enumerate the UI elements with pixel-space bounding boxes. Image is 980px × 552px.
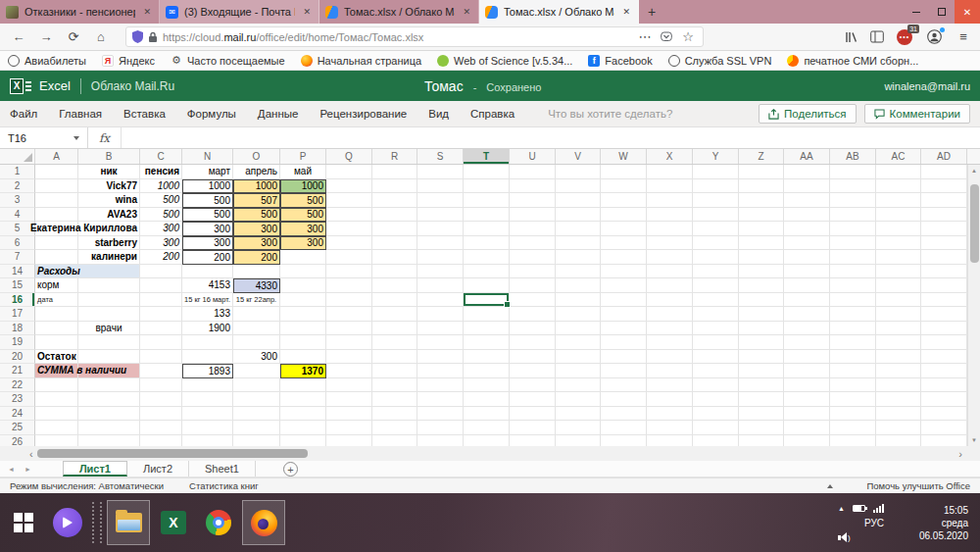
formula-input[interactable] <box>122 127 980 148</box>
cell-Q20[interactable] <box>326 350 372 365</box>
cell-Q3[interactable] <box>326 193 372 208</box>
cell-Y16[interactable] <box>693 293 739 308</box>
cell-AC3[interactable] <box>876 193 921 208</box>
cell-Q5[interactable] <box>326 222 372 236</box>
scroll-down-icon[interactable]: ▼ <box>968 434 980 446</box>
cell-AD14[interactable] <box>921 265 967 279</box>
cell-X22[interactable] <box>647 378 693 393</box>
cell-N3[interactable]: 500 <box>182 193 233 208</box>
minimize-button[interactable] <box>904 0 929 24</box>
cell-P19[interactable] <box>280 335 326 350</box>
document-title[interactable]: Томас <box>424 78 464 94</box>
cell-V18[interactable] <box>556 322 601 336</box>
cell-W1[interactable] <box>601 165 647 179</box>
cell-AA17[interactable] <box>784 307 830 322</box>
cell-Z7[interactable] <box>739 250 784 265</box>
cell-R19[interactable] <box>372 335 417 350</box>
cell-Z1[interactable] <box>739 165 784 179</box>
cell-A2[interactable] <box>35 179 78 194</box>
cell-AC23[interactable] <box>876 392 921 407</box>
row-header-3[interactable]: 3 <box>0 193 35 208</box>
taskbar-clock[interactable]: 15:05 среда 06.05.2020 <box>898 504 968 542</box>
cell-Y19[interactable] <box>693 335 739 350</box>
cell-R16[interactable] <box>372 293 417 308</box>
cell-W24[interactable] <box>601 407 647 422</box>
row-header-17[interactable]: 17 <box>0 307 35 322</box>
cell-Z25[interactable] <box>739 421 784 435</box>
cell-T6[interactable] <box>464 236 510 251</box>
cell-Q25[interactable] <box>326 421 372 435</box>
cell-A4[interactable] <box>35 208 78 223</box>
cell-A24[interactable] <box>35 407 78 422</box>
menu-item-файл[interactable]: Файл <box>10 108 37 120</box>
bookmark-item[interactable]: Авиабилеты <box>8 55 86 67</box>
cell-N2[interactable]: 1000 <box>182 179 233 194</box>
cell-AC1[interactable] <box>876 165 921 179</box>
cell-AA5[interactable] <box>784 222 830 236</box>
cell-C19[interactable] <box>140 335 182 350</box>
cell-U19[interactable] <box>510 335 556 350</box>
cell-Q23[interactable] <box>326 392 372 407</box>
cell-X26[interactable] <box>647 435 693 447</box>
cell-O19[interactable] <box>233 335 280 350</box>
cell-Q1[interactable] <box>326 165 372 179</box>
cell-W16[interactable] <box>601 293 647 308</box>
cell-W19[interactable] <box>601 335 647 350</box>
row-header-21[interactable]: 21 <box>0 364 35 378</box>
cell-R5[interactable] <box>372 222 417 236</box>
cell-AC16[interactable] <box>876 293 921 308</box>
close-window-button[interactable]: ✕ <box>955 0 980 24</box>
cell-S16[interactable] <box>417 293 464 308</box>
cell-T16[interactable] <box>464 293 510 308</box>
cell-AD24[interactable] <box>921 407 967 422</box>
cell-Q24[interactable] <box>326 407 372 422</box>
cell-P3[interactable]: 500 <box>280 193 326 208</box>
cell-O16[interactable]: 15 кг 22апр. <box>233 293 280 308</box>
cell-Z14[interactable] <box>739 265 784 279</box>
cell-AD20[interactable] <box>921 350 967 365</box>
cell-P5[interactable]: 300 <box>280 222 326 236</box>
cell-AA6[interactable] <box>784 236 830 251</box>
cell-N20[interactable] <box>182 350 233 365</box>
cell-AC4[interactable] <box>876 208 921 223</box>
comments-button[interactable]: Комментарии <box>864 104 970 124</box>
cell-R25[interactable] <box>372 421 417 435</box>
cell-U16[interactable] <box>510 293 556 308</box>
col-header-W[interactable]: W <box>601 149 647 164</box>
cell-B19[interactable] <box>78 335 140 350</box>
col-header-Y[interactable]: Y <box>693 149 739 164</box>
cell-V14[interactable] <box>556 265 601 279</box>
cell-B15[interactable] <box>78 278 140 293</box>
cell-B2[interactable]: Vick77 <box>78 179 140 194</box>
cell-O15[interactable]: 4330 <box>233 278 280 293</box>
cell-O18[interactable] <box>233 322 280 336</box>
cell-Z23[interactable] <box>739 392 784 407</box>
cell-AB6[interactable] <box>830 236 876 251</box>
cell-N4[interactable]: 500 <box>182 208 233 223</box>
cell-U17[interactable] <box>510 307 556 322</box>
col-header-Z[interactable]: Z <box>739 149 784 164</box>
cell-AD4[interactable] <box>921 208 967 223</box>
col-header-V[interactable]: V <box>556 149 601 164</box>
cell-W7[interactable] <box>601 250 647 265</box>
cell-C4[interactable]: 500 <box>140 208 182 223</box>
cell-O14[interactable] <box>233 265 280 279</box>
lock-icon[interactable] <box>148 31 158 43</box>
cell-Z20[interactable] <box>739 350 784 365</box>
cell-O23[interactable] <box>233 392 280 407</box>
status-item[interactable]: Статистика книг <box>189 480 259 491</box>
col-header-A[interactable]: A <box>35 149 78 164</box>
cell-Y7[interactable] <box>693 250 739 265</box>
cell-AB17[interactable] <box>830 307 876 322</box>
row-header-4[interactable]: 4 <box>0 208 35 223</box>
cell-R26[interactable] <box>372 435 417 447</box>
cell-C25[interactable] <box>140 421 182 435</box>
cell-W3[interactable] <box>601 193 647 208</box>
cell-B17[interactable] <box>78 307 140 322</box>
cell-S26[interactable] <box>417 435 464 447</box>
cell-O20[interactable]: 300 <box>233 350 280 365</box>
row-header-23[interactable]: 23 <box>0 392 35 407</box>
cell-AC22[interactable] <box>876 378 921 393</box>
select-all-corner[interactable] <box>0 149 35 164</box>
cell-A19[interactable] <box>35 335 78 350</box>
